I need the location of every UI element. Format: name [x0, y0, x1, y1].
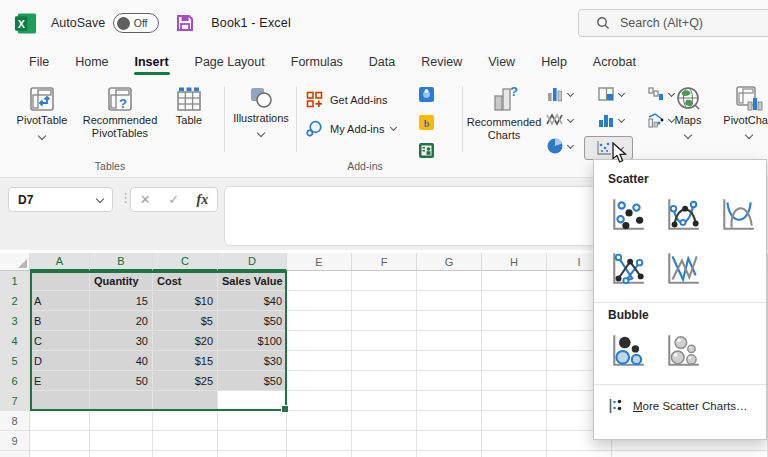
cell-C4[interactable]: $20 [153, 331, 218, 351]
row-header-3[interactable]: 3 [0, 311, 30, 331]
cell-A2[interactable]: A [30, 291, 90, 311]
row-header-8[interactable]: 8 [0, 411, 30, 431]
column-header-H[interactable]: H [482, 253, 547, 271]
cell-F4[interactable] [352, 331, 417, 351]
cell-B5[interactable]: 40 [90, 351, 153, 371]
cell-D1[interactable]: Sales Value [218, 271, 287, 291]
cell-F10[interactable] [352, 451, 417, 457]
column-header-F[interactable]: F [352, 253, 417, 271]
insert-function-icon[interactable]: fx [197, 192, 209, 208]
tab-page-layout[interactable]: Page Layout [182, 46, 278, 78]
cell-H5[interactable] [482, 351, 547, 371]
cell-E4[interactable] [287, 331, 352, 351]
cell-F5[interactable] [352, 351, 417, 371]
search-box[interactable]: Search (Alt+Q) [578, 9, 768, 37]
column-header-C[interactable]: C [153, 253, 218, 271]
cell-E8[interactable] [287, 411, 352, 431]
cell-A1[interactable] [30, 271, 90, 291]
insert-statistic-chart-button[interactable] [597, 111, 624, 129]
more-scatter-charts-item[interactable]: More Scatter Charts… [594, 390, 766, 420]
cell-H3[interactable] [482, 311, 547, 331]
column-header-E[interactable]: E [287, 253, 352, 271]
tab-insert[interactable]: Insert [122, 46, 182, 78]
menu-item-scatter-smooth[interactable] [716, 193, 760, 237]
cell-A5[interactable]: D [30, 351, 90, 371]
menu-item-scatter-straight[interactable] [661, 247, 705, 291]
active-cell-D7[interactable] [218, 391, 287, 411]
cell-A8[interactable] [30, 411, 90, 431]
cell-C9[interactable] [153, 431, 218, 451]
row-header-6[interactable]: 6 [0, 371, 30, 391]
cell-E7[interactable] [287, 391, 352, 411]
insert-line-chart-button[interactable] [546, 111, 573, 129]
cell-G10[interactable] [417, 451, 482, 457]
table-button[interactable]: Table [166, 84, 212, 127]
autosave-toggle[interactable]: Off [113, 13, 159, 33]
cell-F3[interactable] [352, 311, 417, 331]
cell-D3[interactable]: $50 [218, 311, 287, 331]
addin-app-icon-people-graph[interactable] [419, 143, 434, 158]
cell-E9[interactable] [287, 431, 352, 451]
cell-G5[interactable] [417, 351, 482, 371]
tab-file[interactable]: File [16, 46, 62, 78]
cell-E6[interactable] [287, 371, 352, 391]
column-header-B[interactable]: B [90, 253, 153, 271]
get-addins-button[interactable]: Get Add-ins [306, 91, 387, 108]
cell-A7[interactable] [30, 391, 90, 411]
column-header-D[interactable]: D [218, 253, 287, 271]
cell-D4[interactable]: $100 [218, 331, 287, 351]
cell-F7[interactable] [352, 391, 417, 411]
cell-H8[interactable] [482, 411, 547, 431]
menu-item-scatter[interactable] [606, 193, 650, 237]
addin-app-icon-bing[interactable]: b [419, 115, 434, 130]
cancel-icon[interactable]: ✕ [140, 192, 151, 207]
my-addins-button[interactable]: My Add-ins [306, 120, 396, 137]
cell-F9[interactable] [352, 431, 417, 451]
cell-E3[interactable] [287, 311, 352, 331]
cell-G6[interactable] [417, 371, 482, 391]
tab-view[interactable]: View [475, 46, 528, 78]
pivottable-button[interactable]: PivotTable [10, 84, 74, 139]
cell-E10[interactable] [287, 451, 352, 457]
cell-A4[interactable]: C [30, 331, 90, 351]
select-all-corner[interactable] [0, 253, 30, 271]
cell-E1[interactable] [287, 271, 352, 291]
cell-B7[interactable] [90, 391, 153, 411]
cell-H7[interactable] [482, 391, 547, 411]
pivotchart-button[interactable]: PivotChart [714, 84, 768, 138]
row-header-1[interactable]: 1 [0, 271, 30, 291]
cell-B3[interactable]: 20 [90, 311, 153, 331]
cell-C3[interactable]: $5 [153, 311, 218, 331]
cell-F6[interactable] [352, 371, 417, 391]
cell-D2[interactable]: $40 [218, 291, 287, 311]
tab-review[interactable]: Review [408, 46, 475, 78]
cell-H2[interactable] [482, 291, 547, 311]
row-header-2[interactable]: 2 [0, 291, 30, 311]
cell-G8[interactable] [417, 411, 482, 431]
cell-E5[interactable] [287, 351, 352, 371]
menu-item-scatter-smooth-markers[interactable] [661, 193, 705, 237]
cell-H6[interactable] [482, 371, 547, 391]
insert-column-chart-button[interactable] [546, 85, 573, 103]
cell-G3[interactable] [417, 311, 482, 331]
tab-formulas[interactable]: Formulas [278, 46, 356, 78]
cell-D10[interactable] [218, 451, 287, 457]
cell-A6[interactable]: E [30, 371, 90, 391]
tab-help[interactable]: Help [528, 46, 580, 78]
cell-C5[interactable]: $15 [153, 351, 218, 371]
cell-H10[interactable] [482, 451, 547, 457]
tab-home[interactable]: Home [62, 46, 121, 78]
row-header-9[interactable]: 9 [0, 431, 30, 451]
cell-B10[interactable] [90, 451, 153, 457]
cell-F2[interactable] [352, 291, 417, 311]
row-header-7[interactable]: 7 [0, 391, 30, 411]
column-header-G[interactable]: G [417, 253, 482, 271]
insert-scatter-chart-button[interactable] [584, 136, 633, 160]
cell-I10[interactable] [547, 451, 612, 457]
tab-acrobat[interactable]: Acrobat [580, 46, 649, 78]
cell-G7[interactable] [417, 391, 482, 411]
cell-H4[interactable] [482, 331, 547, 351]
insert-hierarchy-chart-button[interactable] [597, 85, 624, 103]
cell-G4[interactable] [417, 331, 482, 351]
cell-H1[interactable] [482, 271, 547, 291]
